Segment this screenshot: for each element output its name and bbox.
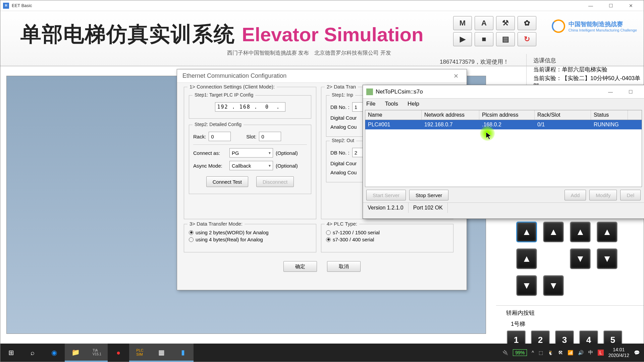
tray-l-icon[interactable]: L xyxy=(598,350,604,356)
up-arrow-icon: ▲ xyxy=(522,253,531,264)
task-record[interactable]: ● xyxy=(108,344,129,362)
date: 2020/4/12 xyxy=(608,353,629,358)
add-button[interactable]: Add xyxy=(565,190,586,200)
task-tia[interactable]: TIAV15.1 xyxy=(86,344,108,362)
toolbar: M A ⚒ ✿ ▶ ■ ▤ ↻ xyxy=(453,16,536,46)
start-button[interactable]: ⊞ xyxy=(0,344,22,362)
col-name[interactable]: Name xyxy=(365,110,422,120)
refresh-button[interactable]: ↻ xyxy=(518,32,536,46)
notifications-icon[interactable]: 💬 xyxy=(634,350,640,355)
system-tray: 🔌 99% ^ ⬚ 🐧 🛠 📶 🔊 中 L 14:01 2020/4/12 💬 xyxy=(502,347,644,358)
task-nettoplc[interactable]: ▦ xyxy=(151,344,172,362)
menu-file[interactable]: File xyxy=(366,101,375,107)
up-button[interactable]: ▲ xyxy=(516,248,537,269)
mode-m-button[interactable]: M xyxy=(453,16,472,30)
taskbar[interactable]: ⊞ ⌕ ◉ 📁 TIAV15.1 ● PLCSIM ▦ ▮ 🔌 99% ^ ⬚ … xyxy=(0,344,644,362)
col-rackslot[interactable]: Rack/Slot xyxy=(535,110,591,120)
dlg2-minimize[interactable]: — xyxy=(600,87,621,97)
banner-title-en: Elevator Simulation xyxy=(242,23,423,46)
up-button[interactable]: ▲ xyxy=(543,222,564,242)
radio-s7-1200[interactable]: s7-1200 / 1500 serial xyxy=(326,230,448,235)
contacts-icon: ▤ xyxy=(502,35,509,44)
up-button[interactable]: ▲ xyxy=(570,222,591,242)
maximize-button[interactable]: ☐ xyxy=(601,1,621,10)
dlg2-maximize[interactable]: ☐ xyxy=(621,87,641,97)
digital-count-label-2: Digital Cour xyxy=(330,161,357,166)
up-button[interactable]: ▲ xyxy=(597,222,618,242)
tree-button[interactable]: ⚒ xyxy=(496,16,515,30)
down-button[interactable]: ▼ xyxy=(516,275,537,296)
main-window: H EET Basic — ☐ ✕ 单部电梯仿真实训系统 Elevator Si… xyxy=(0,0,644,362)
power-icon[interactable]: 🔌 xyxy=(502,350,508,355)
dialog-close-button[interactable]: ✕ xyxy=(450,71,461,81)
digital-count-label-1: Digital Cour xyxy=(330,115,357,121)
app-icon xyxy=(366,88,373,95)
radio-2bytes[interactable]: using 2 bytes(WORD) for Analog xyxy=(189,230,311,235)
connect-as-label: Connect as: xyxy=(193,150,227,156)
down-button[interactable]: ▼ xyxy=(570,248,591,269)
step1-group: Step1: Target PLC IP Config xyxy=(189,95,311,119)
titlebar: H EET Basic — ☐ ✕ xyxy=(0,0,644,11)
menu-tools[interactable]: Tools xyxy=(385,101,398,107)
connect-as-combo[interactable]: PG xyxy=(229,148,273,158)
col-plcsim[interactable]: Plcsim address xyxy=(479,110,535,120)
radio-4bytes[interactable]: using 4 bytes(Real) for Analog xyxy=(189,237,311,242)
async-mode-combo[interactable]: Callback xyxy=(229,161,273,170)
minimize-button[interactable]: — xyxy=(581,1,601,10)
col-network[interactable]: Network address xyxy=(422,110,479,120)
slot-input[interactable] xyxy=(259,132,281,141)
radio-dot-icon xyxy=(326,230,331,235)
disconnect-button[interactable]: Disconnect xyxy=(256,176,294,187)
up-button-boxed[interactable]: ▲ xyxy=(516,222,537,242)
usb-icon[interactable]: ⬚ xyxy=(539,350,543,355)
down-arrow-icon: ▼ xyxy=(576,253,585,264)
down-button[interactable]: ▼ xyxy=(543,275,564,296)
cabin-title: 轿厢内按钮 xyxy=(506,309,640,317)
ok-button[interactable]: 确定 xyxy=(283,261,317,272)
ime-indicator[interactable]: 中 xyxy=(588,350,593,356)
down-button[interactable]: ▼ xyxy=(597,248,618,269)
welcome-text: 18674173579，欢迎使用！ xyxy=(440,58,509,66)
volume-icon[interactable]: 🔊 xyxy=(578,350,584,355)
stop-button[interactable]: ■ xyxy=(475,32,493,46)
dlg2-titlebar[interactable]: NetToPLCsim::s7o — ☐ xyxy=(363,85,644,99)
optional-1: (Optional) xyxy=(276,150,298,156)
refresh-icon: ↻ xyxy=(524,35,530,44)
settings-button[interactable]: ✿ xyxy=(518,16,536,30)
menu-help[interactable]: Help xyxy=(408,101,419,107)
mode-a-button[interactable]: A xyxy=(475,16,493,30)
cell-status: RUNNING xyxy=(591,120,628,129)
task-plcsim[interactable]: PLCSIM xyxy=(129,344,151,362)
tray-app-icon[interactable]: 🐧 xyxy=(548,350,553,355)
analog-count-label-1: Analog Cou xyxy=(330,124,357,130)
delete-button[interactable]: Del xyxy=(620,190,641,200)
search-icon: ⌕ xyxy=(31,349,35,357)
battery-indicator[interactable]: 99% xyxy=(513,349,527,356)
tray-up-icon[interactable]: ^ xyxy=(532,350,534,355)
dialog-titlebar[interactable]: Ethernet Communication Configuration ✕ xyxy=(177,69,467,83)
stop-server-button[interactable]: Stop Server xyxy=(409,190,448,200)
rack-input[interactable] xyxy=(209,132,231,141)
play-button[interactable]: ▶ xyxy=(453,32,472,46)
search-button[interactable]: ⌕ xyxy=(22,344,43,362)
server-grid[interactable]: Name Network address Plcsim address Rack… xyxy=(365,110,642,187)
side-panel: ▲ ▲ ▲ ▲ ▲ ▼ ▼ ▼ ▼ 轿厢内按钮 1号梯 1 2 3 4 5 xyxy=(496,218,644,353)
grid-header: Name Network address Plcsim address Rack… xyxy=(365,110,642,120)
radio-s7-300[interactable]: s7-300 / 400 serial xyxy=(326,237,448,242)
logo-icon xyxy=(552,19,565,33)
clock[interactable]: 14:01 2020/4/12 xyxy=(608,347,629,358)
table-row[interactable]: PLC#001 192.168.0.7 .168.0.2 0/1 RUNNING xyxy=(365,120,642,129)
start-server-button[interactable]: Start Server xyxy=(366,190,406,200)
cancel-button[interactable]: 取消 xyxy=(327,261,361,272)
wifi-icon[interactable]: 📶 xyxy=(568,350,573,355)
task-eet[interactable]: ▮ xyxy=(172,344,194,362)
tool-icon[interactable]: 🛠 xyxy=(558,350,563,355)
close-button[interactable]: ✕ xyxy=(621,1,641,10)
task-explorer[interactable]: 📁 xyxy=(65,344,86,362)
ip-input[interactable] xyxy=(215,102,285,112)
col-status[interactable]: Status xyxy=(591,110,628,120)
modify-button[interactable]: Modify xyxy=(589,190,617,200)
contacts-button[interactable]: ▤ xyxy=(496,32,515,46)
connect-test-button[interactable]: Connect Test xyxy=(206,176,248,187)
task-cortana[interactable]: ◉ xyxy=(43,344,65,362)
